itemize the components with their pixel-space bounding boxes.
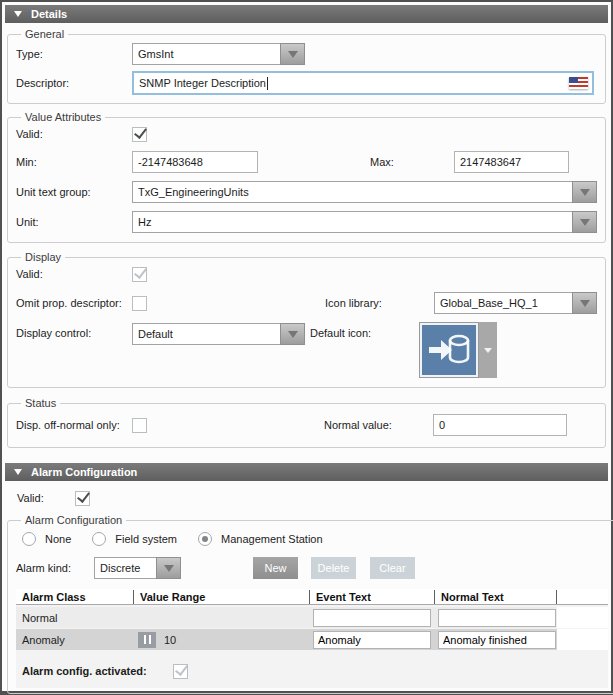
cell-value-range[interactable]: 10 (134, 629, 310, 650)
cell-value-range[interactable] (134, 607, 310, 628)
default-icon-dropdown-icon[interactable] (479, 322, 497, 378)
type-combobox-dropdown-icon[interactable] (280, 43, 305, 65)
display-valid-label: Valid: (16, 268, 132, 280)
normal-value-input[interactable] (433, 414, 567, 436)
collapse-triangle-icon[interactable] (14, 11, 22, 17)
unit-text-group-label: Unit text group: (16, 186, 132, 198)
value-range-text: 10 (164, 634, 176, 646)
radio-management-station-label: Management Station (221, 533, 323, 545)
alarm-config-activated-label: Alarm config. activated: (22, 665, 173, 677)
display-control-value[interactable]: Default (132, 323, 280, 345)
normal-text-input[interactable] (438, 609, 556, 627)
status-groupbox: Status Disp. off-normal only: Normal val… (7, 397, 606, 448)
header-event-text[interactable]: Event Text (310, 590, 435, 604)
radio-management-station[interactable] (198, 532, 212, 546)
alarm-configuration-legend: Alarm Configuration (21, 514, 126, 526)
value-attributes-legend: Value Attributes (21, 111, 105, 123)
max-label: Max: (370, 156, 454, 168)
alarm-kind-label: Alarm kind: (16, 562, 94, 574)
clear-button[interactable]: Clear (370, 557, 415, 579)
alarm-scope-radio-group: None Field system Management Station (16, 531, 608, 547)
header-normal-text[interactable]: Normal Text (435, 590, 557, 604)
disp-off-normal-label: Disp. off-normal only: (16, 419, 132, 431)
unit-text-group-value[interactable]: TxG_EngineeringUnits (132, 181, 572, 203)
alarm-configuration-section-title: Alarm Configuration (31, 466, 137, 478)
alarm-table-panel: Alarm Class Value Range Event Text Norma… (16, 589, 608, 688)
general-groupbox: General Type: GmsInt Descriptor: SNMP In… (7, 28, 606, 104)
cell-event-text (310, 607, 435, 628)
disp-off-normal-checkbox[interactable] (132, 418, 147, 433)
display-control-combobox[interactable]: Default (132, 323, 305, 345)
header-value-range[interactable]: Value Range (134, 590, 310, 604)
collapse-triangle-icon[interactable] (14, 469, 22, 475)
va-valid-label: Valid: (16, 128, 132, 140)
default-icon-picker[interactable] (419, 322, 497, 378)
radio-none-label: None (45, 533, 71, 545)
header-empty (557, 590, 608, 604)
alarm-configuration-groupbox: Alarm Configuration None Field system Ma… (7, 514, 613, 694)
default-icon-label: Default icon: (310, 327, 419, 339)
table-row-anomaly[interactable]: Anomaly 10 (16, 629, 608, 650)
omit-prop-descriptor-checkbox[interactable] (132, 296, 147, 311)
unit-combobox[interactable]: Hz (132, 211, 597, 233)
max-input[interactable] (454, 151, 569, 173)
table-row-normal[interactable]: Normal (16, 607, 608, 628)
us-flag-icon[interactable] (569, 77, 588, 89)
descriptor-input[interactable]: SNMP Integer Description (132, 71, 594, 95)
min-label: Min: (16, 156, 132, 168)
normal-value-label: Normal value: (324, 419, 433, 431)
omit-prop-descriptor-label: Omit prop. descriptor: (16, 297, 132, 309)
type-combobox-value[interactable]: GmsInt (132, 43, 280, 65)
icon-library-dropdown-icon[interactable] (572, 292, 597, 314)
display-control-label: Display control: (16, 327, 132, 339)
display-valid-checkbox (132, 267, 147, 282)
cell-empty (557, 629, 608, 650)
value-attributes-groupbox: Value Attributes Valid: Min: Max: Unit t… (7, 111, 606, 243)
event-text-input[interactable] (313, 631, 431, 649)
icon-library-value[interactable]: Global_Base_HQ_1 (434, 292, 572, 314)
normal-text-input[interactable] (438, 631, 556, 649)
unit-label: Unit: (16, 216, 132, 228)
cell-empty (557, 607, 608, 628)
alarm-table-header: Alarm Class Value Range Event Text Norma… (16, 589, 608, 605)
alarm-config-activated-checkbox (173, 664, 188, 679)
radio-field-system-label: Field system (115, 533, 177, 545)
alarm-configuration-section-header[interactable]: Alarm Configuration (5, 463, 608, 481)
new-button[interactable]: New (253, 557, 298, 579)
descriptor-text: SNMP Integer Description (139, 77, 266, 89)
type-label: Type: (16, 48, 132, 60)
alarm-kind-dropdown-icon[interactable] (156, 557, 181, 579)
icon-library-combobox[interactable]: Global_Base_HQ_1 (434, 292, 597, 314)
cell-event-text (310, 629, 435, 650)
details-panel-window: Details General Type: GmsInt Descriptor:… (0, 0, 613, 695)
general-legend: General (21, 28, 68, 40)
unit-text-group-combobox[interactable]: TxG_EngineeringUnits (132, 181, 597, 203)
unit-dropdown-icon[interactable] (572, 211, 597, 233)
display-control-dropdown-icon[interactable] (280, 323, 305, 345)
unit-text-group-dropdown-icon[interactable] (572, 181, 597, 203)
radio-field-system[interactable] (92, 532, 106, 546)
radio-none[interactable] (22, 532, 36, 546)
details-section-title: Details (31, 8, 67, 20)
type-combobox[interactable]: GmsInt (132, 43, 305, 65)
descriptor-label: Descriptor: (16, 77, 132, 89)
cell-normal-text (435, 629, 557, 650)
status-legend: Status (21, 397, 60, 409)
delete-button[interactable]: Delete (311, 557, 356, 579)
header-alarm-class[interactable]: Alarm Class (16, 590, 134, 604)
alarm-kind-combobox[interactable]: Discrete (94, 557, 181, 579)
display-legend: Display (21, 251, 65, 263)
range-operator-icon[interactable] (138, 632, 156, 648)
alarm-valid-label: Valid: (17, 492, 75, 504)
unit-value[interactable]: Hz (132, 211, 572, 233)
arrow-into-database-icon[interactable] (419, 322, 479, 378)
alarm-kind-value[interactable]: Discrete (94, 557, 156, 579)
va-valid-checkbox[interactable] (132, 127, 147, 142)
min-input[interactable] (132, 151, 258, 173)
cell-alarm-class[interactable]: Anomaly (16, 629, 134, 650)
cell-normal-text (435, 607, 557, 628)
alarm-valid-checkbox[interactable] (75, 491, 90, 506)
cell-alarm-class[interactable]: Normal (16, 607, 134, 628)
details-section-header[interactable]: Details (5, 5, 608, 23)
event-text-input[interactable] (313, 609, 431, 627)
